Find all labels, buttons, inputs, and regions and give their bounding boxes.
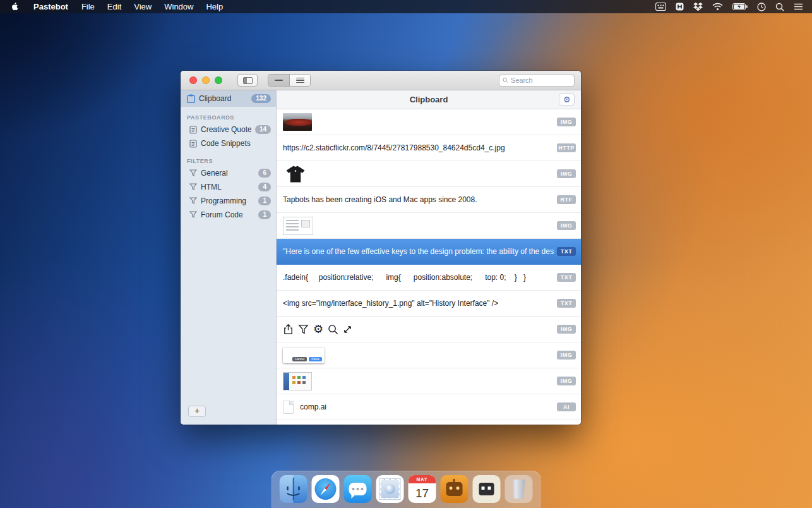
desktop-wallpaper: Pastebot File Edit View Window Help [0,0,812,508]
menu-window[interactable]: Window [158,0,200,13]
dock-trash-icon[interactable] [505,475,533,503]
add-pasteboard-button[interactable]: + [188,406,206,417]
clipboard-item-list: IMG https://c2.staticflickr.com/8/7445/2… [277,109,581,425]
sidebar-item-clipboard[interactable]: Clipboard 132 [181,90,276,107]
clipboard-item-row[interactable]: .fadein{ position:relative; img{ positio… [277,265,581,291]
dock-calendar-icon[interactable]: MAY 17 [409,475,436,503]
close-button[interactable] [189,76,197,84]
app-menu-pastebot[interactable]: Pastebot [27,0,75,13]
traffic-lights [189,76,222,84]
single-line-icon [275,80,283,81]
sidebar-item-label: Creative Quotes [201,125,251,134]
sidebar-toggle-icon [243,77,253,84]
pasteboard-icon [189,126,197,134]
clipboard-header: Clipboard ⚙ [277,90,581,109]
item-text: comp.ai [300,402,326,411]
item-text: <img src="img/interface_history_1.png" a… [283,299,498,308]
sidebar: Clipboard 132 PASTEBOARDS Creative Quote… [181,90,277,425]
clipboard-item-row[interactable]: comp.ai AI [277,394,581,420]
clipboard-item-row[interactable]: ⚙ IMG [277,317,581,342]
image-thumbnail-tshirt [283,165,308,183]
item-type-badge: IMG [557,169,576,178]
sidebar-item-forum-code[interactable]: Forum Code 1 [181,208,276,222]
dock-pastebot-icon[interactable] [441,475,469,503]
clipboard-panel: Clipboard ⚙ IMG https://c2.staticflickr.… [277,90,581,425]
clipboard-item-row[interactable]: Tapbots has been creating iOS and Mac ap… [277,187,581,213]
filter-funnel-icon [189,211,197,219]
count-badge: 6 [258,169,271,178]
count-badge: 1 [258,210,271,219]
sidebar-item-programming[interactable]: Programming 1 [181,194,276,208]
view-mode-list-button[interactable] [289,75,310,86]
sidebar-item-label: General [201,169,254,178]
item-text: .fadein{ position:relative; img{ positio… [283,273,526,282]
search-input[interactable] [511,76,571,84]
image-thumbnail-car-photo [283,113,312,131]
clipboard-item-row[interactable]: Cancel Paste IMG [277,342,581,368]
minimize-button[interactable] [202,76,210,84]
item-text: "Here is one of the few effective keys t… [283,247,554,256]
image-thumbnail-webpage [283,217,313,235]
sidebar-item-html[interactable]: HTML 4 [181,180,276,194]
pasteboards-section-header: PASTEBOARDS [187,114,270,121]
spotlight-search-icon[interactable] [775,3,784,11]
sidebar-item-label: HTML [201,183,254,191]
panel-title: Clipboard [410,95,448,104]
clipboard-item-row[interactable]: IMG [277,161,581,187]
view-mode-compact-button[interactable] [268,75,289,86]
filter-funnel-icon [189,197,197,205]
zoom-button[interactable] [215,76,222,84]
menu-file[interactable]: File [75,0,101,13]
dock-finder-icon[interactable] [280,475,307,503]
item-type-badge: TXT [557,299,576,308]
dock-safari-icon[interactable] [312,475,340,503]
dock-messages-icon[interactable] [344,475,372,503]
item-type-badge: IMG [557,377,576,385]
sidebar-item-general[interactable]: General 6 [181,166,276,180]
menu-bar: Pastebot File Edit View Window Help [0,0,812,13]
item-text: Tapbots has been creating iOS and Mac ap… [283,195,477,204]
dropbox-icon[interactable] [693,3,703,11]
gear-icon: ⚙ [563,95,571,104]
calendar-month-label: MAY [409,475,436,483]
clipboard-item-row-selected[interactable]: "Here is one of the few effective keys t… [277,239,581,265]
item-type-badge: TXT [557,247,576,256]
clipboard-item-row[interactable]: IMG [277,213,581,239]
notification-center-icon[interactable] [794,3,803,10]
clock-icon[interactable] [757,3,766,11]
settings-button[interactable]: ⚙ [559,94,575,106]
resize-arrows-icon [343,325,352,334]
square-status-icon[interactable] [676,3,684,11]
item-type-badge: IMG [557,351,576,360]
sidebar-item-creative-quotes[interactable]: Creative Quotes 14 [181,123,276,136]
sidebar-item-label: Forum Code [201,210,254,219]
clipboard-item-row[interactable]: IMG [277,368,581,394]
search-field[interactable] [499,75,575,87]
menu-edit[interactable]: Edit [101,0,128,13]
search-icon [503,77,508,83]
sidebar-item-code-snippets[interactable]: Code Snippets [181,136,276,150]
wifi-icon[interactable] [712,3,723,11]
window-titlebar[interactable] [181,71,581,90]
pasteboard-icon [189,140,197,148]
count-badge: 14 [255,125,271,134]
clipboard-item-row[interactable]: https://c2.staticflickr.com/8/7445/27817… [277,135,581,161]
battery-icon[interactable] [732,3,748,10]
thumb-cancel-button: Cancel [292,357,307,361]
dock-robot-app-icon[interactable] [473,475,501,503]
share-icon [283,324,294,335]
menu-view[interactable]: View [128,0,158,13]
sidebar-toggle-button[interactable] [237,74,258,87]
clipboard-item-row[interactable]: IMG [277,109,581,135]
menu-help[interactable]: Help [200,0,229,13]
list-lines-icon [296,78,304,83]
apple-menu-icon[interactable] [0,0,27,13]
filters-section-header: FILTERS [187,158,270,164]
item-type-badge: IMG [557,221,576,230]
clipboard-item-row[interactable]: <img src="img/interface_history_1.png" a… [277,291,581,317]
dock-mail-icon[interactable] [376,475,404,503]
item-type-badge: AI [557,402,576,411]
keyboard-viewer-icon[interactable] [655,3,666,11]
image-thumbnail-dialog: Cancel Paste [283,348,325,363]
image-thumbnail-app-screenshot [283,372,312,390]
